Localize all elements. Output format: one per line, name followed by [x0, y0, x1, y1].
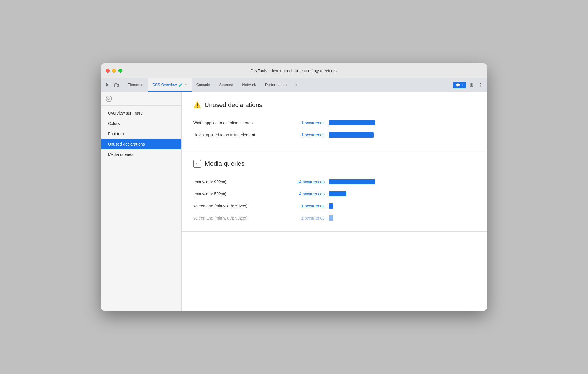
tab-bar-tools	[103, 78, 123, 92]
mq-label-1: (min-width: 992px)	[193, 180, 285, 184]
devtools-window: DevTools - developer.chrome.com/tags/dev…	[101, 63, 487, 311]
traffic-lights	[106, 69, 122, 73]
table-row: screen and (min-width: 992px) 1 occurren…	[193, 212, 475, 222]
media-queries-section: ↔ Media queries (min-width: 992px) 14 oc…	[182, 150, 487, 232]
tab-network[interactable]: Network	[238, 78, 261, 92]
tab-elements[interactable]: Elements	[123, 78, 148, 92]
mq-occurrence-1[interactable]: 14 occurrences	[290, 180, 325, 184]
more-options-button[interactable]	[477, 81, 485, 89]
tab-console-label: Console	[196, 83, 210, 87]
warning-icon: ⚠️	[193, 101, 201, 109]
mq-bar-3	[329, 203, 333, 209]
mq-bar-container-3	[329, 203, 475, 209]
svg-point-3	[480, 85, 481, 85]
tab-performance[interactable]: Performance	[261, 78, 291, 92]
tab-more-label: »	[296, 83, 298, 87]
tab-close-button[interactable]: ✕	[185, 83, 187, 87]
mq-bar-container-1	[329, 179, 475, 184]
settings-button[interactable]	[467, 81, 475, 89]
tab-elements-label: Elements	[128, 83, 143, 87]
tab-css-overview-label: CSS Overview	[152, 83, 177, 87]
mq-bar-1	[329, 179, 375, 184]
mq-occurrence-3[interactable]: 1 occurrence	[290, 204, 325, 208]
table-row: Height applied to an inline element 1 oc…	[193, 129, 475, 141]
declaration-label-width: Width applied to an inline element	[193, 121, 285, 125]
arrows-icon: ↔	[193, 160, 201, 168]
table-row: (min-width: 592px) 4 occurrences	[193, 188, 475, 200]
media-queries-title: Media queries	[205, 160, 244, 167]
mq-bar-2	[329, 191, 346, 196]
table-row: (min-width: 992px) 14 occurrences	[193, 176, 475, 188]
sidebar-item-font-info-label: Font info	[108, 131, 124, 136]
chat-count: 1	[461, 83, 463, 87]
table-row: Width applied to an inline element 1 occ…	[193, 117, 475, 129]
window-title: DevTools - developer.chrome.com/tags/dev…	[251, 68, 337, 73]
tab-sources[interactable]: Sources	[215, 78, 238, 92]
svg-point-2	[480, 83, 481, 84]
close-button[interactable]	[106, 69, 110, 73]
unused-declarations-section: ⚠️ Unused declarations Width applied to …	[182, 92, 487, 150]
sidebar-item-overview-summary-label: Overview summary	[108, 111, 143, 115]
mq-occurrence-2[interactable]: 4 occurrences	[290, 192, 325, 196]
sidebar-item-colors-label: Colors	[108, 121, 120, 126]
tab-sources-label: Sources	[219, 83, 233, 87]
table-row: screen and (min-width: 592px) 1 occurren…	[193, 200, 475, 212]
no-icon: ⊘	[106, 96, 112, 102]
device-toolbar-button[interactable]	[113, 81, 121, 89]
experimental-icon: 🧪	[179, 83, 183, 87]
mq-label-4: screen and (min-width: 992px)	[193, 216, 285, 220]
sidebar-item-unused-declarations[interactable]: Unused declarations	[101, 139, 181, 149]
mq-bar-container-4	[329, 215, 475, 221]
unused-declarations-title: Unused declarations	[204, 101, 262, 109]
chat-icon: 💬	[456, 83, 460, 87]
tab-bar: Elements CSS Overview 🧪 ✕ Console Source…	[101, 78, 487, 92]
tab-bar-right: 💬 1	[451, 78, 485, 92]
sidebar-nav: Overview summary Colors Font info Unused…	[101, 106, 181, 162]
tab-performance-label: Performance	[265, 83, 287, 87]
maximize-button[interactable]	[118, 69, 122, 73]
tab-network-label: Network	[242, 83, 256, 87]
mq-label-3: screen and (min-width: 592px)	[193, 204, 285, 208]
mq-bar-4	[329, 215, 333, 221]
sidebar-item-unused-declarations-label: Unused declarations	[108, 142, 145, 146]
sidebar-item-colors[interactable]: Colors	[101, 118, 181, 129]
bar-height	[329, 132, 374, 138]
svg-rect-1	[117, 84, 119, 86]
tab-more[interactable]: »	[291, 78, 302, 92]
cursor-tool-button[interactable]	[103, 81, 111, 89]
mq-bar-container-2	[329, 191, 475, 196]
media-queries-header: ↔ Media queries	[193, 160, 475, 168]
title-bar: DevTools - developer.chrome.com/tags/dev…	[101, 63, 487, 78]
tab-console[interactable]: Console	[192, 78, 215, 92]
main-content: ⊘ Overview summary Colors Font info Unus…	[101, 92, 487, 311]
sidebar-item-overview-summary[interactable]: Overview summary	[101, 108, 181, 118]
content-area: ⚠️ Unused declarations Width applied to …	[182, 92, 487, 311]
sidebar-item-media-queries[interactable]: Media queries	[101, 149, 181, 160]
occurrence-link-width[interactable]: 1 occurrence	[290, 121, 325, 125]
tabs-container: Elements CSS Overview 🧪 ✕ Console Source…	[123, 78, 451, 92]
svg-rect-0	[115, 84, 117, 87]
bar-container-height	[329, 132, 475, 138]
sidebar: ⊘ Overview summary Colors Font info Unus…	[101, 92, 182, 311]
sidebar-item-media-queries-label: Media queries	[108, 152, 133, 157]
bar-width	[329, 120, 375, 125]
svg-point-4	[480, 86, 481, 87]
sidebar-item-font-info[interactable]: Font info	[101, 129, 181, 139]
unused-declarations-header: ⚠️ Unused declarations	[193, 101, 475, 109]
mq-occurrence-4[interactable]: 1 occurrence	[290, 216, 325, 220]
bar-container-width	[329, 120, 475, 125]
declaration-label-height: Height applied to an inline element	[193, 133, 285, 137]
mq-label-2: (min-width: 592px)	[193, 192, 285, 196]
occurrence-link-height[interactable]: 1 occurrence	[290, 133, 325, 137]
sidebar-top: ⊘	[101, 92, 181, 106]
tab-css-overview[interactable]: CSS Overview 🧪 ✕	[148, 78, 192, 92]
chat-button[interactable]: 💬 1	[453, 82, 466, 88]
minimize-button[interactable]	[112, 69, 116, 73]
